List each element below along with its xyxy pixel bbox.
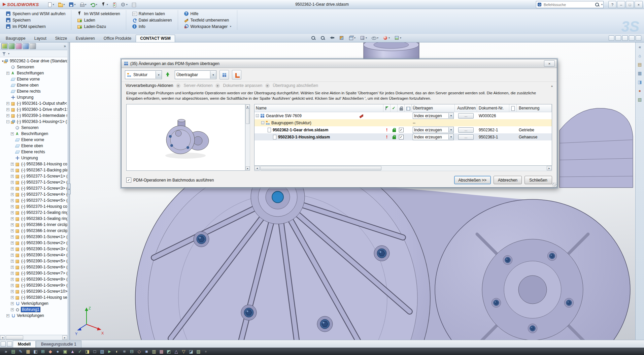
expand-icon[interactable]: + [6, 114, 9, 117]
fullscreen-button[interactable] [609, 35, 614, 41]
view-palette-button[interactable]: ◨ [637, 79, 643, 85]
expand-icon[interactable]: + [11, 181, 14, 184]
table-header[interactable]: NameÜbertragenAusführenDokument-Nr.Benen… [255, 104, 552, 112]
zoom-fit-button[interactable] [310, 35, 317, 41]
apply-scene-button[interactable] [393, 35, 402, 41]
expand-icon[interactable]: + [11, 163, 14, 166]
tab-bewegungsstudie-1[interactable]: Bewegungsstudie 1 [36, 341, 81, 348]
previous-view-button[interactable] [329, 35, 336, 41]
tree-item[interactable]: +(-) 9502390-1-Screw<1> ( [0, 234, 67, 240]
expand-icon[interactable]: + [11, 278, 14, 281]
table-row[interactable]: −Geardrive SW-7609Index erzeugen...W0000… [255, 112, 552, 119]
execute-button[interactable]: ... [458, 113, 474, 119]
search-icon[interactable] [595, 2, 600, 7]
propertymanager-tab[interactable] [8, 43, 15, 49]
bottom-tool-22-button[interactable]: ▩ [158, 349, 165, 354]
scroll-thumb[interactable] [246, 108, 250, 124]
bottom-tool-5-button[interactable]: ◧ [32, 349, 39, 354]
bottom-tool-20-button[interactable]: ■ [143, 349, 150, 354]
bottom-tool-8-button[interactable]: ● [55, 349, 61, 354]
expand-icon[interactable]: + [11, 308, 14, 311]
abbrechen-button[interactable]: Abbrechen [494, 176, 522, 184]
step-3[interactable]: Dokumente anpassen [223, 83, 262, 88]
expand-icon[interactable]: + [11, 169, 14, 172]
tree-item[interactable]: +Verknüpfungen [0, 300, 67, 306]
tree-item[interactable]: +(-) 9502368-1-Housing co [0, 161, 67, 167]
help-button[interactable]: ? [608, 1, 616, 8]
tree-item[interactable]: +(-) 9502390-1-Screw<3> ( [0, 246, 67, 252]
table-row[interactable]: 9502363-1-Housing.sldasm✓Index erzeugen.… [255, 133, 552, 140]
tree-item[interactable]: +(-) 9502367-1-Backing pla [0, 167, 67, 173]
tree-item[interactable]: Ursprung [0, 155, 67, 161]
expand-icon[interactable]: + [6, 108, 9, 111]
collapse-icon[interactable]: − [256, 114, 259, 117]
tab-scroll-right-button[interactable] [7, 342, 12, 347]
bottom-tool-7-button[interactable]: ◆ [47, 349, 54, 354]
restore-button[interactable]: □ [626, 1, 634, 8]
info-button[interactable]: Info [131, 23, 173, 30]
tab-evaluieren[interactable]: Evaluieren [71, 35, 99, 42]
abschliessen-button[interactable]: Abschließen >> [454, 176, 491, 184]
resize-grip[interactable] [552, 183, 556, 187]
expand-icon[interactable]: + [11, 284, 14, 287]
panel-more-button[interactable]: » [64, 44, 66, 49]
bottom-tool-12-button[interactable]: ◨ [84, 349, 91, 354]
sw-resources-button[interactable]: ⌂ [637, 53, 643, 59]
transfer-select[interactable]: Index erzeugen [413, 127, 454, 133]
model-preview[interactable] [126, 104, 245, 171]
expand-icon[interactable]: + [11, 296, 14, 299]
close-button[interactable]: × [635, 1, 643, 8]
tree-filter-row[interactable] [0, 50, 67, 57]
expand-icon[interactable]: + [11, 217, 14, 220]
scroll-thumb[interactable] [6, 335, 23, 340]
tree-item[interactable]: +(-) 9502383-1-Sealing ring [0, 216, 67, 222]
chevron-down-icon[interactable] [210, 71, 216, 78]
structure-select[interactable]: Struktur [125, 70, 162, 79]
tree-item[interactable]: +(-) 9502390-1-Screw<2> ( [0, 240, 67, 246]
bottom-tool-14-button[interactable]: ▧ [99, 349, 105, 354]
expand-icon[interactable]: + [6, 314, 9, 317]
tree-item[interactable]: +(-) 9502390-1-Screw<9> ( [0, 282, 67, 288]
tree-item[interactable]: Ebene vorne [0, 76, 67, 82]
tab-skizze[interactable]: Skizze [51, 35, 71, 42]
tree-root-collapse-icon[interactable] [2, 60, 3, 63]
scroll-left-button[interactable] [0, 335, 5, 340]
expand-icon[interactable]: + [11, 132, 14, 135]
open-document-button[interactable] [57, 1, 66, 8]
options-button[interactable] [119, 1, 129, 8]
datei-aktualisieren-button[interactable]: Datei aktualisieren [131, 17, 173, 23]
bottom-tool-1-button[interactable]: » [3, 349, 9, 354]
step-1[interactable]: Vorverarbeitungs-Aktionen [126, 83, 173, 88]
split-vertical-button[interactable] [629, 35, 635, 41]
tree-item[interactable]: +(-) 9502366-1-Inner circlip [0, 228, 67, 234]
undo-button[interactable] [89, 1, 99, 8]
tree-item[interactable]: Sensoren [0, 64, 67, 70]
expand-icon[interactable]: + [11, 175, 14, 178]
tree-item[interactable]: +(-) 9502372-1-Sealing ring [0, 209, 67, 216]
tree-item[interactable]: +(-) 9502377-1-Screw<2> ( [0, 179, 67, 185]
bottom-tool-3-button[interactable]: ✎ [18, 349, 24, 354]
expand-icon[interactable]: + [11, 302, 14, 305]
bottom-tool-23-button[interactable]: ◩ [166, 349, 172, 354]
schliessen-button[interactable]: Schließen [524, 176, 552, 184]
close-icon[interactable]: × [544, 60, 555, 67]
bottom-tool-25-button[interactable]: ▽ [180, 349, 187, 354]
chevron-down-icon[interactable] [448, 134, 453, 139]
design-library-button[interactable]: ▤ [637, 62, 643, 67]
view-orientation-button[interactable] [347, 35, 357, 41]
expand-icon[interactable]: + [6, 72, 9, 75]
tree-item[interactable]: +(-) 9502390-1-Screw<4> ( [0, 252, 67, 258]
collapse-icon[interactable]: − [261, 121, 264, 124]
select-button[interactable] [100, 1, 109, 8]
splitter-handle[interactable] [67, 184, 71, 194]
edit-appearance-button[interactable] [382, 35, 391, 41]
transferable-select[interactable]: Übertragbar [175, 70, 216, 79]
scroll-up-button[interactable] [246, 104, 250, 108]
bottom-tool-9-button[interactable]: ▣ [62, 349, 68, 354]
tree-item[interactable]: +(-) 9502390-1-Screw<5> ( [0, 258, 67, 264]
tree-item[interactable]: Ebene oben [0, 143, 67, 149]
scroll-left-button[interactable] [255, 166, 260, 170]
scroll-thumb[interactable] [260, 166, 381, 170]
tree-item[interactable]: +Verknüpfungen [0, 313, 67, 319]
tree-item[interactable]: Ebene rechts [0, 88, 67, 94]
